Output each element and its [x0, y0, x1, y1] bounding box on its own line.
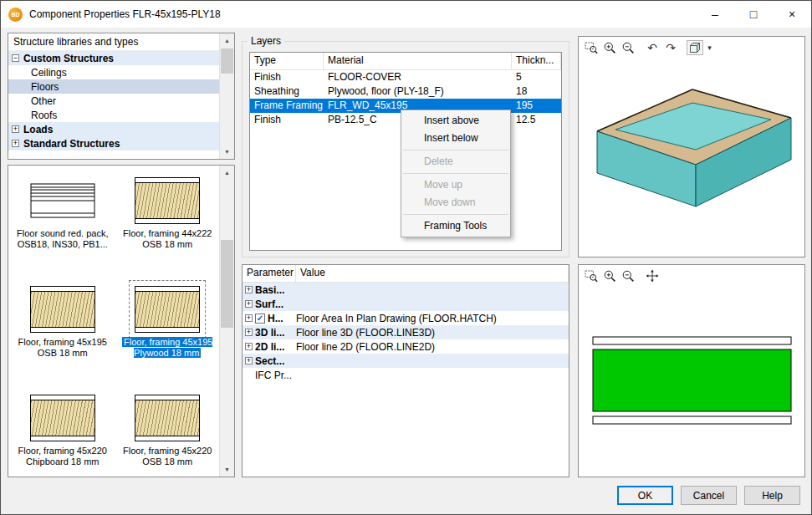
help-button[interactable]: Help [744, 486, 800, 505]
catalog-scrollbar[interactable] [219, 166, 234, 477]
layers-table-header: Type Material Thickn... [250, 53, 561, 70]
menu-separator [403, 214, 508, 215]
menu-separator [403, 173, 508, 174]
catalog-item-label: Floor sound red. pack, OSB18, INS30, PB1… [13, 228, 112, 250]
window-title: Component Properties FLR-45x195-PLY18 [29, 8, 221, 20]
tree-header: Structure libraries and types [8, 33, 220, 51]
expand-icon[interactable] [245, 314, 253, 322]
column-header-thickness[interactable]: Thickn... [512, 53, 561, 69]
close-icon: × [789, 8, 795, 21]
zoom-in-icon[interactable] [601, 268, 618, 283]
menu-item-insert-below[interactable]: Insert below [401, 130, 510, 147]
preview-2d-viewport[interactable] [592, 336, 793, 426]
rotate-right-icon[interactable] [662, 40, 679, 55]
zoom-in-icon[interactable] [601, 40, 618, 55]
scroll-up-icon[interactable] [220, 33, 234, 48]
component-thumbnail [30, 395, 95, 441]
menu-item-framing-tools[interactable]: Framing Tools [401, 217, 510, 235]
tree-item-custom-structures[interactable]: Custom Structures [8, 51, 220, 65]
tree-scrollbar[interactable] [219, 33, 234, 159]
tree-item-ceilings[interactable]: Ceilings [8, 65, 220, 79]
parameter-row-ifc-properties[interactable]: IFC Pr... [243, 368, 569, 382]
close-button[interactable]: × [773, 1, 811, 28]
scroll-down-icon[interactable] [220, 462, 234, 477]
view-options-icon[interactable] [687, 40, 703, 55]
component-thumbnail [30, 177, 95, 224]
expand-icon[interactable] [245, 286, 253, 293]
layer-row-sheathing[interactable]: Sheathing Plywood, floor (PLY-18_F) 18 [250, 84, 561, 99]
menu-item-delete: Delete [401, 153, 510, 171]
menu-item-move-up: Move up [401, 176, 510, 194]
scroll-thumb[interactable] [221, 48, 233, 74]
zoom-out-icon[interactable] [620, 268, 636, 283]
layer-context-menu: Insert above Insert below Delete Move up… [401, 110, 511, 237]
zoom-out-icon[interactable] [620, 40, 636, 55]
component-catalog-panel: Floor sound red. pack, OSB18, INS30, PB1… [8, 165, 235, 477]
component-thumbnail [135, 395, 200, 441]
collapse-icon[interactable] [12, 54, 19, 62]
checkbox-checked[interactable] [255, 314, 265, 324]
dropdown-icon[interactable] [705, 40, 714, 55]
expand-icon[interactable] [245, 357, 253, 365]
tree-item-standard-structures[interactable]: Standard Structures [8, 136, 220, 150]
catalog-item-floor-sound-red-pack[interactable]: Floor sound red. pack, OSB18, INS30, PB1… [13, 177, 113, 286]
parameter-row-surfaces[interactable]: Surf... [243, 297, 569, 311]
expand-icon[interactable] [12, 140, 19, 147]
parameter-row-2d-line[interactable]: 2D li... Floor line 2D (FLOOR.LINE2D) [243, 339, 569, 354]
zoom-window-icon[interactable] [583, 268, 600, 283]
minimize-icon: – [712, 8, 718, 21]
scroll-up-icon[interactable] [220, 166, 234, 180]
app-icon-text: BD [11, 12, 19, 18]
component-thumbnail [30, 286, 95, 333]
catalog-item-label: Floor, framing 45x195 OSB 18 mm [13, 337, 112, 359]
tree-item-roofs[interactable]: Roofs [8, 108, 220, 122]
app-icon: BD [8, 8, 23, 22]
column-header-type[interactable]: Type [250, 53, 324, 69]
column-header-value[interactable]: Value [296, 265, 569, 282]
tree-item-other[interactable]: Other [8, 94, 220, 108]
scroll-thumb[interactable] [221, 240, 233, 328]
ok-button[interactable]: OK [617, 486, 673, 505]
catalog-item-floor-framing-45x195-osb[interactable]: Floor, framing 45x195 OSB 18 mm [13, 286, 113, 395]
window-controls: – □ × [696, 1, 811, 28]
expand-icon[interactable] [245, 343, 253, 350]
layers-group-label: Layers [248, 35, 284, 47]
menu-separator [403, 150, 508, 150]
scroll-down-icon[interactable] [220, 145, 234, 159]
component-properties-dialog: BD Component Properties FLR-45x195-PLY18… [0, 0, 812, 515]
expand-icon[interactable] [245, 329, 253, 336]
parameters-table-header: Parameter Value [243, 265, 569, 283]
cancel-button[interactable]: Cancel [681, 486, 737, 505]
menu-item-move-down: Move down [401, 194, 510, 212]
component-thumbnail [135, 177, 200, 224]
titlebar: BD Component Properties FLR-45x195-PLY18… [1, 1, 811, 28]
parameter-row-hatch[interactable]: H... Floor Area In Plan Drawing (FLOOR.H… [243, 311, 569, 325]
minimize-button[interactable]: – [696, 1, 734, 28]
catalog-item-floor-framing-44x222-osb[interactable]: Floor, framing 44x222 OSB 18 mm [117, 177, 217, 286]
catalog-item-floor-framing-45x220-osb[interactable]: Floor, framing 45x220 OSB 18 mm [117, 395, 217, 503]
preview-3d-viewport[interactable] [585, 66, 798, 250]
column-header-material[interactable]: Material [324, 53, 512, 69]
maximize-button[interactable]: □ [734, 1, 773, 28]
parameter-row-3d-line[interactable]: 3D li... Floor line 3D (FLOOR.LINE3D) [243, 325, 569, 339]
catalog-item-floor-framing-45x195-plywood[interactable]: Floor, framing 45x195 Plywood 18 mm [117, 286, 217, 395]
pan-icon[interactable] [644, 268, 661, 283]
parameter-row-basic[interactable]: Basi... [243, 283, 569, 297]
tree-item-floors[interactable]: Floors [8, 79, 220, 94]
tree-item-loads[interactable]: Loads [8, 122, 220, 136]
preview-2d-toolbar [583, 268, 661, 284]
expand-icon[interactable] [12, 125, 19, 133]
column-header-parameter[interactable]: Parameter [243, 265, 296, 282]
catalog-item-label: Floor, framing 45x220 Chipboard 18 mm [13, 446, 112, 467]
tree-body: Custom Structures Ceilings Floors Other … [8, 51, 220, 150]
catalog-item-label: Floor, framing 44x222 OSB 18 mm [118, 228, 217, 250]
rotate-left-icon[interactable] [644, 40, 661, 55]
zoom-window-icon[interactable] [583, 40, 600, 55]
layer-row-finish-top[interactable]: Finish FLOOR-COVER 5 [250, 70, 561, 84]
expand-icon[interactable] [245, 300, 253, 308]
parameter-row-section[interactable]: Sect... [243, 354, 569, 368]
menu-item-insert-above[interactable]: Insert above [401, 112, 510, 130]
catalog-grid: Floor sound red. pack, OSB18, INS30, PB1… [10, 177, 220, 503]
catalog-item-floor-framing-45x220-chipboard[interactable]: Floor, framing 45x220 Chipboard 18 mm [13, 395, 113, 503]
preview-3d-toolbar [583, 39, 714, 56]
